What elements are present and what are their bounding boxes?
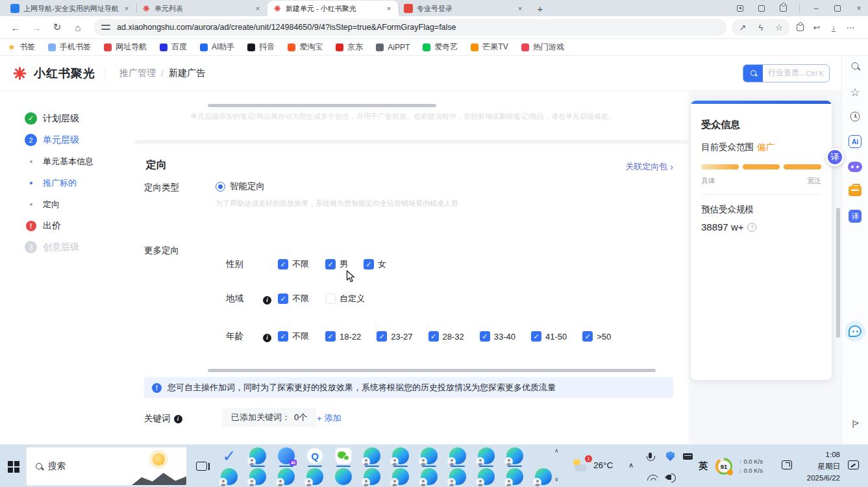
browser-tab-3[interactable]: 新建单元 - 小红书聚光× [267, 1, 399, 16]
checkbox-option[interactable]: 41-50 [531, 331, 567, 342]
hidden-icons-caret[interactable]: ∧ [628, 461, 634, 469]
speaker-icon[interactable] [668, 475, 671, 480]
checkbox-unchecked[interactable] [325, 293, 336, 304]
horizontal-scrollbar[interactable] [208, 104, 436, 107]
radio-selected-icon[interactable] [216, 182, 225, 192]
clock-widget[interactable]: 1:08 星期日 2025/6/22 [797, 449, 840, 484]
bookmark-item[interactable]: AI助手 [200, 42, 234, 53]
browser-essentials-icon[interactable] [778, 3, 788, 14]
task-view-icon[interactable] [196, 462, 207, 471]
checkbox-checked[interactable] [531, 331, 541, 342]
sidebar-step[interactable]: 单元基本信息 [0, 151, 133, 172]
share-icon[interactable]: ↗ [736, 20, 750, 34]
checkbox-checked[interactable] [278, 293, 288, 304]
checkbox-option[interactable]: 23-27 [377, 331, 412, 342]
checkbox-option[interactable]: 28-32 [428, 331, 464, 342]
taskbar-app-edge[interactable] [391, 467, 410, 486]
checkbox-checked[interactable] [480, 331, 490, 342]
checkbox-checked[interactable] [364, 259, 374, 269]
checkbox-checked[interactable] [377, 331, 387, 342]
taskbar-app-edge-plain[interactable] [334, 467, 353, 486]
back-button[interactable]: ← [7, 19, 24, 36]
sidebar-step[interactable]: !出价 [0, 215, 133, 236]
taskbar-app-edge[interactable] [419, 467, 439, 486]
taskbar-app-edge[interactable] [505, 446, 525, 466]
downloads-icon[interactable]: ↓ [826, 20, 841, 34]
notification-center-icon[interactable] [848, 460, 859, 469]
checkbox-checked[interactable] [325, 259, 336, 269]
tray-weather[interactable]: 1 26°C [573, 458, 613, 471]
home-button[interactable]: ⌂ [69, 19, 86, 36]
checkbox-checked[interactable] [428, 331, 439, 342]
taskbar-app-edge[interactable] [419, 446, 439, 466]
bookmark-item[interactable]: 热门游戏 [521, 42, 564, 53]
battery-percentage-ring[interactable]: 91 [715, 458, 732, 475]
taskbar-app-qq-ai[interactable]: Ai [277, 446, 296, 466]
url-text[interactable]: ad.xiaohongshu.com/aurora/ad/create/unit… [117, 23, 456, 32]
sidebar-toolbox-icon[interactable] [849, 186, 862, 196]
security-shield-icon[interactable] [666, 451, 675, 461]
taskbar-app-edge[interactable] [362, 446, 382, 466]
checkbox-option[interactable]: 女 [364, 258, 386, 270]
sidebar-history-icon[interactable] [850, 112, 860, 121]
sidebar-favorites-icon[interactable]: ☆ [850, 86, 860, 99]
flash-icon[interactable]: ϟ [754, 20, 768, 34]
bookmark-item[interactable]: 手机书签 [48, 42, 91, 53]
extensions-icon[interactable] [793, 20, 807, 34]
favorite-star-icon[interactable]: ☆ [772, 20, 786, 34]
site-search-box[interactable]: 行业资质... Ctrl K [743, 64, 830, 82]
sidebar-ai-icon[interactable]: Ai [849, 135, 862, 148]
bookmark-item[interactable]: 京东 [336, 42, 363, 53]
taskbar-app-edge[interactable] [248, 446, 267, 466]
smart-targeting-option[interactable]: 智能定向 [216, 181, 265, 192]
taskbar-app-edge[interactable] [219, 467, 239, 486]
targeting-package-link[interactable]: 关联定向包 › [625, 161, 673, 173]
taskbar-app-edge[interactable] [477, 467, 496, 486]
weather-widget[interactable] [132, 447, 186, 485]
new-tab-button[interactable]: + [532, 1, 548, 16]
browser-tab-4[interactable]: 专业号登录× [399, 1, 530, 16]
input-language-indicator[interactable]: 英 [699, 460, 708, 472]
wifi-icon[interactable] [647, 475, 658, 481]
minimize-button[interactable]: – [811, 3, 821, 14]
sidebar-step[interactable]: 3创意层级 [0, 236, 133, 258]
checkbox-option[interactable]: 不限 [278, 293, 309, 305]
add-keyword-button[interactable]: + 添加 [317, 412, 341, 424]
taskbar-app-edge[interactable] [248, 467, 267, 486]
customer-service-chat-icon[interactable] [845, 321, 865, 342]
checkbox-checked[interactable] [278, 259, 288, 269]
forward-button[interactable]: → [28, 19, 45, 36]
checkbox-option[interactable]: 33-40 [480, 331, 515, 342]
taskbar-app-edge[interactable] [277, 467, 296, 486]
info-icon[interactable]: i [263, 334, 271, 342]
checkbox-option[interactable]: 男 [325, 258, 348, 270]
sidebar-search-icon[interactable] [852, 62, 859, 69]
checkbox-checked[interactable] [325, 331, 336, 342]
bookmark-item[interactable]: 爱淘宝 [288, 42, 323, 53]
sidebar-games-icon[interactable] [848, 162, 862, 172]
tab-close-icon[interactable]: × [515, 4, 525, 13]
bookmark-item[interactable]: 芒果TV [471, 42, 508, 53]
tab-close-icon[interactable]: × [122, 4, 131, 13]
start-button[interactable] [8, 461, 19, 473]
apps-scroll-down-icon[interactable]: ∨ [554, 476, 559, 482]
site-logo-text[interactable]: 小红书聚光 [34, 66, 95, 81]
checkbox-option[interactable]: >50 [582, 331, 611, 342]
taskbar-search-box[interactable]: 搜索 [26, 447, 187, 486]
taskbar-app-edge[interactable] [448, 467, 467, 486]
checkbox-checked[interactable] [278, 331, 288, 342]
checkbox-option[interactable]: 不限 [278, 258, 309, 270]
sidebar-step[interactable]: 推广标的 [0, 172, 133, 194]
sidebar-step[interactable]: 定向 [0, 194, 133, 215]
battery-card-icon[interactable] [683, 453, 693, 460]
taskbar-app-edge[interactable] [477, 446, 496, 466]
site-settings-icon[interactable] [101, 24, 110, 31]
sidebar-step[interactable]: ✓计划层级 [0, 108, 133, 129]
more-menu-icon[interactable]: ⋯ [843, 20, 858, 34]
translate-floating-badge[interactable]: 译 [826, 148, 844, 166]
reload-button[interactable]: ↻ [49, 19, 66, 36]
horizontal-scrollbar[interactable] [208, 369, 656, 372]
checkbox-checked[interactable] [582, 331, 593, 342]
breadcrumb-section[interactable]: 推广管理 [119, 68, 156, 79]
network-speed-monitor[interactable]: ↑ 0.0 K/s ↓ 0.0 K/s [739, 457, 763, 475]
